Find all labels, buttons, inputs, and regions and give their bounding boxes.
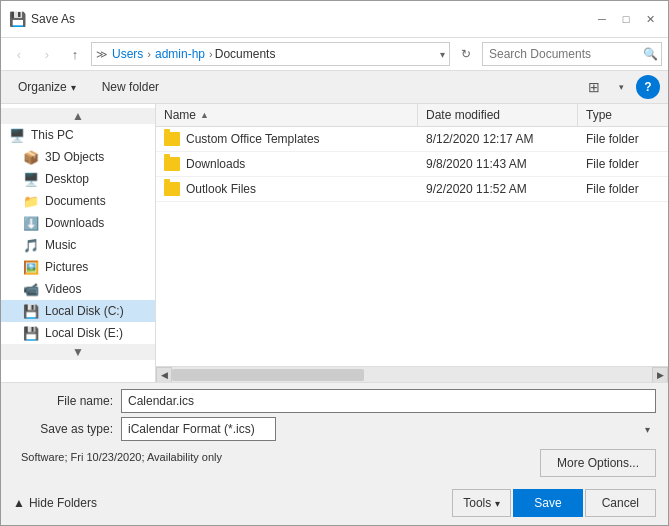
- save-button[interactable]: Save: [513, 489, 582, 517]
- file-rows: Custom Office Templates8/12/2020 12:17 A…: [156, 127, 668, 202]
- close-button[interactable]: ✕: [640, 9, 660, 29]
- dialog-icon: 💾: [9, 11, 25, 27]
- left-panel: ▲ 🖥️This PC📦3D Objects🖥️Desktop📁Document…: [1, 104, 156, 382]
- file-type-cell: File folder: [578, 152, 668, 177]
- file-name-cell: Custom Office Templates: [156, 127, 418, 152]
- footer-tools: Tools ▾ Save Cancel: [452, 489, 656, 517]
- documents-icon: 📁: [23, 193, 39, 209]
- table-row[interactable]: Outlook Files9/2/2020 11:52 AMFile folde…: [156, 177, 668, 202]
- breadcrumb-users: Users: [110, 47, 145, 61]
- sidebar-item-label: Downloads: [45, 216, 104, 230]
- dialog-title: Save As: [31, 12, 592, 26]
- right-panel: Name ▲ Date modified Type Custom Office …: [156, 104, 668, 382]
- info-text: Software; Fri 10/23/2020; Availability o…: [13, 449, 532, 466]
- sidebar-item-label: Local Disk (C:): [45, 304, 124, 318]
- sidebar-item-downloads[interactable]: ⬇️Downloads: [1, 212, 155, 234]
- file-name-label: File name:: [13, 394, 113, 408]
- back-button[interactable]: ‹: [7, 42, 31, 66]
- file-name-row: File name:: [13, 389, 656, 413]
- table-row[interactable]: Downloads9/8/2020 11:43 AMFile folder: [156, 152, 668, 177]
- pictures-icon: 🖼️: [23, 259, 39, 275]
- file-type-select[interactable]: iCalendar Format (*.ics): [121, 417, 276, 441]
- save-as-dialog: 💾 Save As ─ □ ✕ ‹ › ↑ ≫ Users › admin-hp…: [0, 0, 669, 526]
- window-controls: ─ □ ✕: [592, 9, 660, 29]
- file-type-cell: File folder: [578, 177, 668, 202]
- select-dropdown-arrow: ▾: [645, 424, 650, 435]
- file-name-cell: Outlook Files: [156, 177, 418, 202]
- sidebar-item-local-disk-e[interactable]: 💾Local Disk (E:): [1, 322, 155, 344]
- sidebar-item-label: Videos: [45, 282, 81, 296]
- downloads-icon: ⬇️: [23, 215, 39, 231]
- file-date-cell: 9/8/2020 11:43 AM: [418, 152, 578, 177]
- sidebar-item-label: Documents: [45, 194, 106, 208]
- sidebar-item-documents[interactable]: 📁Documents: [1, 190, 155, 212]
- table-row[interactable]: Custom Office Templates8/12/2020 12:17 A…: [156, 127, 668, 152]
- hide-folders-label: Hide Folders: [29, 496, 97, 510]
- sidebar-item-label: 3D Objects: [45, 150, 104, 164]
- new-folder-button[interactable]: New folder: [93, 77, 168, 97]
- sidebar-item-label: Local Disk (E:): [45, 326, 123, 340]
- h-scroll-track[interactable]: [172, 367, 652, 383]
- scroll-up-button[interactable]: ▲: [1, 108, 155, 124]
- maximize-button[interactable]: □: [616, 9, 636, 29]
- sidebar-item-videos[interactable]: 📹Videos: [1, 278, 155, 300]
- search-icon: 🔍: [643, 47, 658, 61]
- organize-button[interactable]: Organize ▾: [9, 77, 85, 97]
- file-name-input[interactable]: [121, 389, 656, 413]
- column-type[interactable]: Type: [578, 104, 668, 126]
- cancel-button[interactable]: Cancel: [585, 489, 656, 517]
- view-icon: ⊞: [588, 79, 600, 95]
- folder-icon: [164, 182, 180, 196]
- column-name[interactable]: Name ▲: [156, 104, 418, 126]
- sidebar-item-3d-objects[interactable]: 📦3D Objects: [1, 146, 155, 168]
- view-dropdown-button[interactable]: ▾: [614, 75, 628, 99]
- this-pc-icon: 🖥️: [9, 127, 25, 143]
- file-date-cell: 9/2/2020 11:52 AM: [418, 177, 578, 202]
- 3d-objects-icon: 📦: [23, 149, 39, 165]
- up-button[interactable]: ↑: [63, 42, 87, 66]
- file-type-select-wrapper: iCalendar Format (*.ics) ▾: [121, 417, 656, 441]
- bottom-area: File name: Save as type: iCalendar Forma…: [1, 382, 668, 485]
- h-scroll-thumb: [172, 369, 364, 381]
- info-buttons-row: Software; Fri 10/23/2020; Availability o…: [13, 445, 656, 481]
- file-name-cell: Downloads: [156, 152, 418, 177]
- sidebar-item-local-disk-c[interactable]: 💾Local Disk (C:): [1, 300, 155, 322]
- breadcrumb-dropdown-arrow: ▾: [440, 49, 445, 60]
- sort-arrow: ▲: [200, 110, 209, 120]
- folder-icon: [164, 132, 180, 146]
- help-button[interactable]: ?: [636, 75, 660, 99]
- file-list-body: Custom Office Templates8/12/2020 12:17 A…: [156, 127, 668, 366]
- minimize-button[interactable]: ─: [592, 9, 612, 29]
- sidebar-item-desktop[interactable]: 🖥️Desktop: [1, 168, 155, 190]
- desktop-icon: 🖥️: [23, 171, 39, 187]
- address-bar: ‹ › ↑ ≫ Users › admin-hp › Documents ▾ ↻…: [1, 38, 668, 71]
- breadcrumb[interactable]: ≫ Users › admin-hp › Documents ▾: [91, 42, 450, 66]
- column-date[interactable]: Date modified: [418, 104, 578, 126]
- toolbar: Organize ▾ New folder ⊞ ▾ ?: [1, 71, 668, 104]
- sidebar-item-label: Pictures: [45, 260, 88, 274]
- file-date-cell: 8/12/2020 12:17 AM: [418, 127, 578, 152]
- main-content: ▲ 🖥️This PC📦3D Objects🖥️Desktop📁Document…: [1, 104, 668, 382]
- forward-button[interactable]: ›: [35, 42, 59, 66]
- scroll-down-button[interactable]: ▼: [1, 344, 155, 360]
- sidebar-item-music[interactable]: 🎵Music: [1, 234, 155, 256]
- sidebar-item-this-pc[interactable]: 🖥️This PC: [1, 124, 155, 146]
- sidebar-item-pictures[interactable]: 🖼️Pictures: [1, 256, 155, 278]
- breadcrumb-admin: admin-hp: [153, 47, 207, 61]
- folder-icon: [164, 157, 180, 171]
- hide-folders-button[interactable]: ▲ Hide Folders: [13, 496, 97, 510]
- tools-button[interactable]: Tools ▾: [452, 489, 511, 517]
- sidebar-item-label: This PC: [31, 128, 74, 142]
- refresh-button[interactable]: ↻: [454, 42, 478, 66]
- videos-icon: 📹: [23, 281, 39, 297]
- search-box[interactable]: 🔍: [482, 42, 662, 66]
- view-button[interactable]: ⊞: [582, 75, 606, 99]
- h-scroll-left-button[interactable]: ◀: [156, 367, 172, 383]
- h-scroll-right-button[interactable]: ▶: [652, 367, 668, 383]
- file-type-row: Save as type: iCalendar Format (*.ics) ▾: [13, 417, 656, 441]
- horizontal-scrollbar[interactable]: ◀ ▶: [156, 366, 668, 382]
- more-options-button[interactable]: More Options...: [540, 449, 656, 477]
- search-input[interactable]: [489, 47, 639, 61]
- local-disk-e-icon: 💾: [23, 325, 39, 341]
- sidebar-item-label: Music: [45, 238, 76, 252]
